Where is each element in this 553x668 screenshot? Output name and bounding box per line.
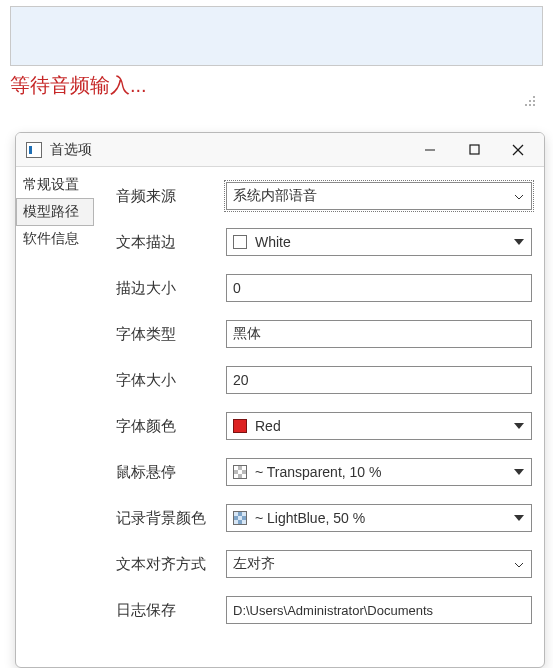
label-text-stroke: 文本描边 [116, 233, 226, 252]
label-text-align: 文本对齐方式 [116, 555, 226, 574]
stroke-size-input[interactable]: 0 [226, 274, 532, 302]
maximize-icon [469, 144, 480, 155]
preferences-window: 首选项 常规设置 模型路径 软件信息 音频来源 系统内部语音 [15, 132, 545, 668]
text-stroke-select[interactable]: White [226, 228, 532, 256]
app-icon [26, 142, 42, 158]
close-button[interactable] [496, 135, 540, 165]
label-audio-source: 音频来源 [116, 187, 226, 206]
svg-rect-1 [470, 145, 479, 154]
color-swatch-icon [233, 419, 247, 433]
minimize-icon [424, 144, 436, 156]
font-family-input[interactable]: 黑体 [226, 320, 532, 348]
tab-general[interactable]: 常规设置 [16, 171, 94, 199]
text-align-select[interactable]: 左对齐 [226, 550, 532, 578]
label-font-family: 字体类型 [116, 325, 226, 344]
label-font-color: 字体颜色 [116, 417, 226, 436]
settings-form: 音频来源 系统内部语音 文本描边 White [94, 167, 544, 667]
label-log-path: 日志保存 [116, 601, 226, 620]
tab-about[interactable]: 软件信息 [16, 225, 94, 253]
maximize-button[interactable] [452, 135, 496, 165]
label-stroke-size: 描边大小 [116, 279, 226, 298]
minimize-button[interactable] [408, 135, 452, 165]
label-hover-bg: 鼠标悬停 [116, 463, 226, 482]
transcript-box [10, 6, 543, 66]
color-swatch-icon [233, 465, 247, 479]
window-title: 首选项 [50, 141, 92, 159]
waiting-status: 等待音频输入... [10, 72, 543, 99]
label-record-bg: 记录背景颜色 [116, 509, 226, 528]
settings-tabs: 常规设置 模型路径 软件信息 [16, 167, 94, 667]
titlebar: 首选项 [16, 133, 544, 167]
font-size-input[interactable]: 20 [226, 366, 532, 394]
font-color-select[interactable]: Red [226, 412, 532, 440]
label-font-size: 字体大小 [116, 371, 226, 390]
audio-source-select[interactable]: 系统内部语音 [226, 182, 532, 210]
close-icon [512, 144, 524, 156]
tab-model-path[interactable]: 模型路径 [16, 198, 94, 226]
log-path-input[interactable]: D:\Users\Administrator\Documents [226, 596, 532, 624]
color-swatch-icon [233, 235, 247, 249]
color-swatch-icon [233, 511, 247, 525]
record-bg-select[interactable]: ~ LightBlue, 50 % [226, 504, 532, 532]
hover-bg-select[interactable]: ~ Transparent, 10 % [226, 458, 532, 486]
